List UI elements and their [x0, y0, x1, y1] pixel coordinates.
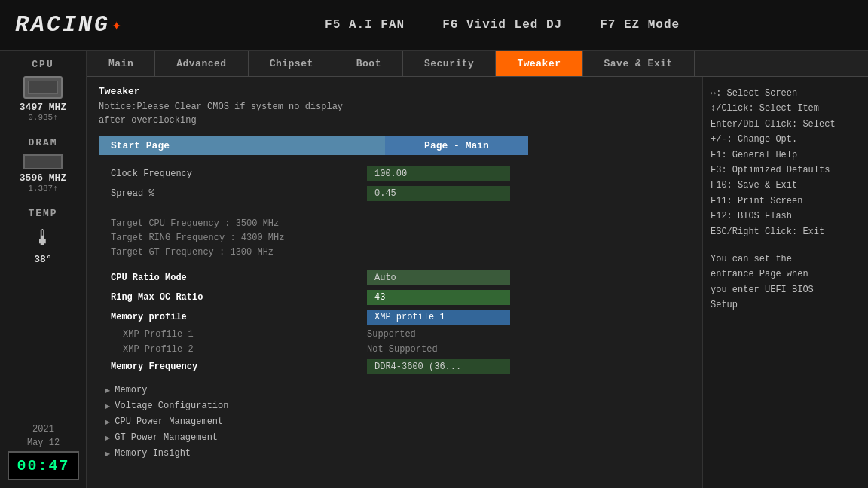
collapsible-group: ▶ Memory ▶ Voltage Configuration ▶ CPU P…	[99, 383, 690, 462]
memory-profile-row[interactable]: Memory profile XMP profile 1	[99, 307, 690, 327]
cpu-ratio-label: CPU Ratio Mode	[111, 273, 367, 283]
date-day: May 12	[0, 438, 87, 448]
clock-freq-label: Clock Frequency	[111, 169, 367, 179]
mem-freq-label: Memory Frequency	[111, 361, 367, 372]
dram-label: DRAM	[28, 137, 57, 148]
shortcut-7: F11: Print Screen	[711, 194, 860, 209]
expand-arrow-mem-insight: ▶	[105, 448, 110, 459]
top-bar: RACING ✦ F5 A.I FAN F6 Vivid Led DJ F7 E…	[0, 0, 868, 51]
spread-label: Spread %	[111, 188, 367, 199]
memory-label: Memory	[115, 385, 147, 395]
cpu-sub: 0.935↑	[28, 113, 58, 122]
shortcut-5: F3: Optimized Defaults	[711, 163, 860, 178]
help-description: You can set the entrance Page when you e…	[711, 252, 860, 313]
memory-profile-label: Memory profile	[111, 312, 367, 322]
xmp1-label: XMP Profile 1	[111, 329, 367, 340]
cpu-power-label: CPU Power Management	[115, 416, 223, 427]
start-page-label[interactable]: Start Page	[99, 136, 385, 155]
expand-arrow-memory: ▶	[105, 385, 110, 396]
clock-freq-row[interactable]: Clock Frequency 100.00	[99, 164, 690, 184]
target-info: Target CPU Frequency : 3500 MHz Target R…	[99, 209, 690, 268]
clock-display: 2021 May 12 00:47	[0, 424, 87, 480]
temp-value: 38°	[34, 254, 51, 265]
voltage-label: Voltage Configuration	[115, 401, 228, 411]
notice-text: Notice:Please Clear CMOS if system no di…	[99, 100, 690, 127]
expand-arrow-gt-power: ▶	[105, 432, 110, 444]
shortcuts-section: ↔: Select Screen ↕/Click: Select Item En…	[711, 86, 860, 239]
tab-security[interactable]: Security	[403, 51, 496, 76]
fn-keys-group: F5 A.I FAN F6 Vivid Led DJ F7 EZ Mode	[151, 18, 853, 32]
clock-settings-group: Clock Frequency 100.00 Spread % 0.45	[99, 164, 690, 203]
target-ring: Target RING Frequency : 4300 MHz	[111, 231, 690, 246]
nav-tabs: Main Advanced Chipset Boot Security Twea…	[87, 51, 868, 77]
cpu-section: CPU 3497 MHZ 0.935↑	[0, 59, 86, 122]
expand-arrow-cpu-power: ▶	[105, 416, 110, 428]
cpu-icon	[23, 76, 63, 99]
tab-save-exit[interactable]: Save & Exit	[583, 51, 695, 76]
temp-section: TEMP 🌡 38°	[0, 208, 86, 265]
cpu-power-expand[interactable]: ▶ CPU Power Management	[99, 414, 690, 430]
left-sidebar: CPU 3497 MHZ 0.935↑ DRAM 3596 MHZ 1.387↑…	[0, 51, 87, 488]
logo-text: RACING	[15, 12, 110, 38]
shortcut-6: F10: Save & Exit	[711, 178, 860, 193]
fn7-key[interactable]: F7 EZ Mode	[600, 18, 680, 32]
shortcut-9: ESC/Right Click: Exit	[711, 224, 860, 239]
tab-main[interactable]: Main	[87, 51, 155, 76]
ring-oc-row[interactable]: Ring Max OC Ratio 43	[99, 288, 690, 307]
shortcut-4: F1: General Help	[711, 148, 860, 163]
fn6-key[interactable]: F6 Vivid Led DJ	[442, 18, 562, 32]
tab-chipset[interactable]: Chipset	[249, 51, 335, 76]
cpu-label: CPU	[32, 59, 53, 70]
help-desc-section: You can set the entrance Page when you e…	[711, 252, 860, 313]
shortcut-3: +/-: Change Opt.	[711, 132, 860, 147]
tab-boot[interactable]: Boot	[335, 51, 403, 76]
mem-freq-row[interactable]: Memory Frequency DDR4-3600 (36...	[99, 357, 690, 377]
memory-profile-value[interactable]: XMP profile 1	[367, 310, 510, 325]
ring-oc-value[interactable]: 43	[367, 290, 510, 305]
dram-mhz: 3596 MHZ	[20, 172, 66, 184]
expand-arrow-voltage: ▶	[105, 401, 110, 412]
fn5-key[interactable]: F5 A.I FAN	[325, 18, 405, 32]
dram-sub: 1.387↑	[28, 184, 58, 193]
dram-icon	[23, 154, 63, 169]
mem-insight-label: Memory Insight	[115, 448, 191, 459]
cpu-mhz: 3497 MHZ	[20, 102, 66, 113]
clock-freq-value[interactable]: 100.00	[367, 166, 510, 181]
shortcut-8: F12: BIOS Flash	[711, 209, 860, 224]
cpu-ratio-row[interactable]: CPU Ratio Mode Auto	[99, 268, 690, 288]
xmp1-value: Supported	[367, 329, 416, 340]
content-area: Tweaker Notice:Please Clear CMOS if syst…	[87, 77, 868, 488]
mem-insight-expand[interactable]: ▶ Memory Insight	[99, 446, 690, 462]
xmp2-label: XMP Profile 2	[111, 344, 367, 355]
target-gt: Target GT Frequency : 1300 MHz	[111, 246, 690, 260]
tab-advanced[interactable]: Advanced	[155, 51, 248, 76]
cpu-ratio-value[interactable]: Auto	[367, 270, 510, 285]
xmp2-row[interactable]: XMP Profile 2 Not Supported	[99, 342, 690, 357]
spread-row[interactable]: Spread % 0.45	[99, 184, 690, 203]
shortcut-0: ↔: Select Screen	[711, 86, 860, 101]
xmp1-row[interactable]: XMP Profile 1 Supported	[99, 327, 690, 342]
start-page-row[interactable]: Start Page Page - Main	[99, 136, 690, 155]
target-cpu: Target CPU Frequency : 3500 MHz	[111, 217, 690, 231]
gt-power-expand[interactable]: ▶ GT Power Management	[99, 430, 690, 446]
tab-tweaker[interactable]: Tweaker	[496, 51, 582, 76]
date-year: 2021	[0, 424, 87, 435]
logo: RACING ✦	[15, 12, 121, 38]
memory-expand[interactable]: ▶ Memory	[99, 383, 690, 398]
gt-power-label: GT Power Management	[115, 432, 218, 443]
shortcut-1: ↕/Click: Select Item	[711, 101, 860, 116]
thermometer-icon: 🌡	[32, 225, 53, 251]
clock-box: 00:47	[8, 451, 78, 480]
shortcut-2: Enter/Dbl Click: Select	[711, 117, 860, 132]
advanced-settings-group: CPU Ratio Mode Auto Ring Max OC Ratio 43…	[99, 268, 690, 377]
mem-freq-value[interactable]: DDR4-3600 (36...	[367, 359, 510, 374]
dram-section: DRAM 3596 MHZ 1.387↑	[0, 137, 86, 193]
spread-value[interactable]: 0.45	[367, 186, 510, 201]
section-title: Tweaker	[99, 86, 690, 97]
start-page-value[interactable]: Page - Main	[385, 136, 528, 155]
logo-accent: ✦	[112, 15, 121, 35]
temp-label: TEMP	[28, 208, 57, 219]
xmp2-value: Not Supported	[367, 344, 438, 355]
voltage-expand[interactable]: ▶ Voltage Configuration	[99, 398, 690, 414]
main-panel: Tweaker Notice:Please Clear CMOS if syst…	[87, 77, 702, 488]
